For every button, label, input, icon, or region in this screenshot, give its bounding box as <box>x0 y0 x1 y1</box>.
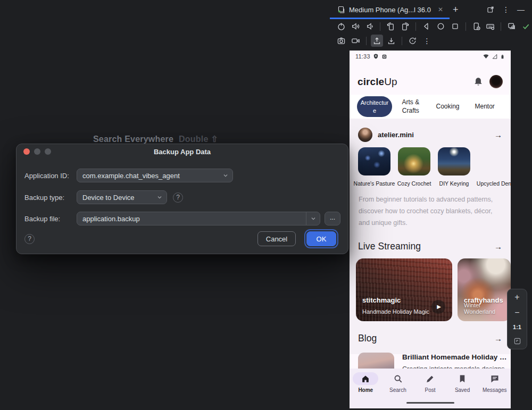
profile-avatar[interactable] <box>489 75 503 88</box>
running-device-icon <box>337 5 345 14</box>
zoom-window-button <box>45 148 51 155</box>
arrow-right-icon[interactable]: → <box>494 130 502 139</box>
snapshot-reset-button[interactable] <box>406 35 419 47</box>
emulator-toolbar-row2: ⋮ <box>330 34 532 48</box>
home-icon <box>353 372 378 385</box>
dialog-help-button[interactable]: ? <box>24 234 35 244</box>
arrow-right-icon[interactable]: → <box>494 242 502 251</box>
nav-item-search[interactable]: Search <box>382 372 414 393</box>
app-title-bold: circle <box>358 76 384 87</box>
creator-item[interactable]: Nature's Pasture <box>358 147 390 187</box>
power-button[interactable] <box>335 20 347 32</box>
more-options-icon[interactable]: ⋮ <box>502 5 510 14</box>
tab-label: Architecture <box>360 99 389 114</box>
app-content: atelier.mini → Nature's Pasture Cozy Cro… <box>350 119 511 354</box>
application-id-combobox[interactable]: com.example.chat_vibes_agent <box>77 169 233 182</box>
gesture-handle[interactable] <box>406 402 454 404</box>
nav-item-post[interactable]: Post <box>414 372 446 393</box>
emulator-tool-window: Medium Phone (Ag...l 36.0 ✕ + ⋮ — <box>330 0 532 410</box>
close-window-button[interactable] <box>23 148 30 155</box>
nav-item-home[interactable]: Home <box>350 372 382 393</box>
window-traffic-lights <box>23 148 51 155</box>
dialog-title-bar[interactable]: Backup App Data <box>16 144 348 159</box>
creator-item[interactable]: Cozy Crochet <box>398 147 430 187</box>
nav-label: Search <box>389 387 406 393</box>
search-everywhere-shortcut: Double ⇧ <box>179 135 218 144</box>
arrow-right-icon[interactable]: → <box>494 334 502 343</box>
backup-type-help-icon[interactable]: ? <box>173 193 183 203</box>
backup-type-combobox[interactable]: Device to Device <box>77 190 167 204</box>
tab-mentor[interactable]: Mentor <box>466 103 503 111</box>
dialog-title: Backup App Data <box>154 148 211 156</box>
device-health-check-icon[interactable] <box>520 20 532 32</box>
application-id-label: Application ID: <box>24 172 77 180</box>
item-image-upcycled-den <box>478 147 510 175</box>
stream-title: Winter Wonderland <box>464 302 511 315</box>
toolbar-separator <box>366 37 367 45</box>
screen: Search EverywhereDouble ⇧ Medium Phone (… <box>0 0 532 410</box>
rotate-left-button[interactable] <box>385 20 397 32</box>
tab-label: Mentor <box>475 103 495 110</box>
application-id-row: Application ID: com.example.chat_vibes_a… <box>16 169 348 182</box>
nav-item-saved[interactable]: Saved <box>446 372 479 393</box>
live-streaming-header: Live Streaming → <box>350 229 511 257</box>
screenshot-camera-button[interactable] <box>335 35 347 47</box>
restore-app-data-button[interactable] <box>385 35 397 47</box>
toolbar-separator <box>380 22 380 31</box>
nav-item-messages[interactable]: Messages <box>478 372 511 393</box>
volume-down-button[interactable] <box>364 20 376 32</box>
android-back-button[interactable] <box>420 20 433 32</box>
application-id-value: com.example.chat_vibes_agent <box>82 172 222 180</box>
toolbar-separator <box>501 22 501 31</box>
browse-file-button[interactable]: ... <box>325 212 340 225</box>
item-label: Cozy Crochet <box>397 180 431 187</box>
live-streaming-title: Live Streaming <box>358 241 421 252</box>
creator-name: atelier.mini <box>378 131 414 139</box>
open-in-new-window-icon[interactable] <box>486 5 495 14</box>
backup-file-row: Backup file: application.backup ... <box>16 212 348 225</box>
creator-row[interactable]: atelier.mini → <box>350 119 511 147</box>
screen-record-button[interactable] <box>350 35 362 47</box>
stream-card-craftyhands[interactable]: craftyhands Winter Wonderland <box>458 258 511 321</box>
hide-tool-window-icon[interactable]: — <box>517 5 525 14</box>
creator-item[interactable]: DIY Keyring <box>438 147 470 187</box>
tab-arts-crafts[interactable]: Arts & Crafts <box>392 98 429 115</box>
toolbar-separator <box>415 22 416 31</box>
close-tab-icon[interactable]: ✕ <box>438 6 443 13</box>
tab-architecture[interactable]: Architecture <box>357 96 392 117</box>
selected-tab-indicator <box>330 18 450 19</box>
search-everywhere-hint: Search EverywhereDouble ⇧ <box>93 134 218 144</box>
tab-label: Cooking <box>436 103 459 110</box>
ok-button[interactable]: OK <box>306 231 336 246</box>
android-overview-button[interactable] <box>449 20 461 32</box>
creator-item[interactable]: Upcycled Den <box>478 147 510 187</box>
live-streams: stitchmagic Handmade Holiday Magic ▶ cra… <box>350 257 511 321</box>
screenshot-compare-button[interactable] <box>505 20 518 32</box>
android-home-button[interactable] <box>435 20 447 32</box>
notifications-bell-icon[interactable] <box>473 77 484 87</box>
volume-up-button[interactable] <box>350 20 362 32</box>
backup-app-data-dialog: Backup App Data Application ID: com.exam… <box>16 144 348 254</box>
backup-file-history-chevron[interactable] <box>306 212 320 225</box>
zoom-in-button[interactable]: + <box>514 293 519 302</box>
cancel-button[interactable]: Cancel <box>257 231 296 246</box>
actual-size-button[interactable]: 1:1 <box>513 324 521 330</box>
stream-card-stitchmagic[interactable]: stitchmagic Handmade Holiday Magic ▶ <box>356 258 452 321</box>
zoom-out-button[interactable]: − <box>514 308 519 317</box>
hardware-input-button[interactable] <box>484 20 496 32</box>
play-icon[interactable]: ▶ <box>431 300 445 314</box>
new-tab-icon[interactable]: + <box>448 1 463 19</box>
tab-cooking[interactable]: Cooking <box>429 103 467 111</box>
device-screen[interactable]: 11:33 <box>350 51 511 408</box>
rotate-right-button[interactable] <box>399 20 411 32</box>
nav-label: Home <box>358 387 373 393</box>
backup-type-row: Backup type: Device to Device ? <box>16 190 348 204</box>
device-settings-button[interactable] <box>470 20 483 32</box>
emulator-tab-bar: Medium Phone (Ag...l 36.0 ✕ + ⋮ — <box>330 0 532 19</box>
zoom-to-fit-icon[interactable] <box>513 337 521 345</box>
backup-file-field[interactable]: application.backup <box>77 212 320 225</box>
backup-app-data-button[interactable] <box>371 35 383 47</box>
emulator-device-tab[interactable]: Medium Phone (Ag...l 36.0 ✕ <box>330 0 448 19</box>
nav-label: Messages <box>483 387 507 393</box>
toolbar-more-icon[interactable]: ⋮ <box>421 35 433 47</box>
